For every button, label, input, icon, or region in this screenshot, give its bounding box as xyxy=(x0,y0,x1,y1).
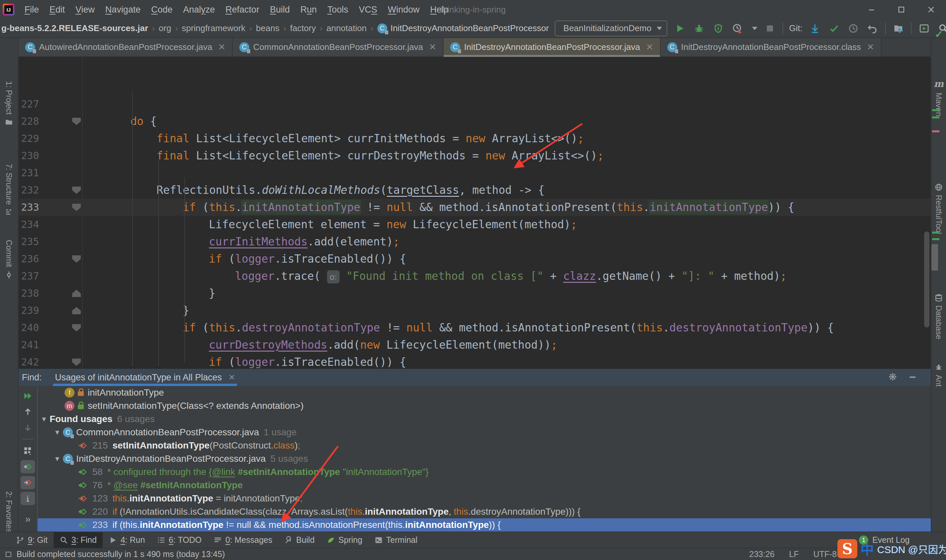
sidebar-item-commit[interactable]: Commit xyxy=(0,240,18,279)
history-clock-icon[interactable] xyxy=(847,22,860,35)
toolwindow-button-4-run[interactable]: 4: Run xyxy=(103,532,151,548)
sidebar-item-ant[interactable]: Ant xyxy=(931,363,946,387)
chevron-down-icon[interactable]: ▼ xyxy=(52,452,63,465)
fold-collapse-icon[interactable] xyxy=(72,255,81,263)
code-line[interactable]: 239} xyxy=(18,302,931,319)
usage-row[interactable]: 233if (this.initAnnotationType != null &… xyxy=(38,518,931,532)
menu-item-window[interactable]: Window xyxy=(383,5,425,15)
debug-bug-icon[interactable] xyxy=(692,22,706,35)
arrow-down-button[interactable] xyxy=(20,421,35,434)
undo-arrow-icon[interactable] xyxy=(866,22,879,35)
toolwindow-button-9-git[interactable]: 9: Git xyxy=(10,532,54,548)
toolwindow-button-spring[interactable]: Spring xyxy=(320,532,368,548)
code-line[interactable]: 237logger.trace( o: "Found init method o… xyxy=(18,268,931,285)
toolwindow-button-0-messages[interactable]: 0: Messages xyxy=(208,532,278,548)
menu-item-build[interactable]: Build xyxy=(265,5,295,15)
usage-row[interactable]: 215setInitAnnotationType(PostConstruct.c… xyxy=(38,439,931,452)
usage-row[interactable]: 76* @see #setInitAnnotationType xyxy=(38,478,931,492)
fold-collapse-icon[interactable] xyxy=(72,118,81,125)
chevron-down-icon[interactable]: ▼ xyxy=(39,412,50,426)
chevron-down-icon[interactable] xyxy=(752,27,757,30)
close-icon[interactable]: ✕ xyxy=(228,373,235,382)
editor-tab[interactable]: CCommonAnnotationBeanPostProcessor.java✕ xyxy=(233,38,444,56)
code-line[interactable]: 238} xyxy=(18,285,931,302)
line-separator[interactable]: LF xyxy=(789,549,799,559)
code-line[interactable]: 233if (this.initAnnotationType != null &… xyxy=(18,199,931,216)
code-line[interactable]: 242if (logger.isTraceEnabled()) { xyxy=(18,354,931,371)
close-icon[interactable]: ✕ xyxy=(218,42,225,52)
fold-collapse-icon[interactable] xyxy=(72,186,81,194)
settings-gear-icon[interactable] xyxy=(888,372,898,383)
stop-square-icon[interactable] xyxy=(763,22,777,35)
menu-item-refactor[interactable]: Refactor xyxy=(220,5,265,15)
stripe-scroll-thumb[interactable] xyxy=(931,244,938,271)
breadcrumb-item[interactable]: g-beans-5.2.2.RELEASE-sources.jar xyxy=(2,23,148,34)
sidebar-item-1-project[interactable]: 1: Project xyxy=(0,81,18,126)
info-button[interactable] xyxy=(20,492,35,505)
toolwindow-button-3-find[interactable]: 3: Find xyxy=(54,532,103,548)
sidebar-item-database[interactable]: Database xyxy=(931,294,946,339)
fold-end-icon[interactable] xyxy=(72,290,81,297)
code-line[interactable]: 236if (logger.isTraceEnabled()) { xyxy=(18,251,931,268)
code-line[interactable]: 234LifecycleElement element = new Lifecy… xyxy=(18,216,931,233)
editor-scrollbar[interactable] xyxy=(924,232,929,328)
usage-row[interactable]: 123this.initAnnotationType = initAnnotat… xyxy=(38,492,931,505)
group-by-button[interactable] xyxy=(20,444,35,457)
group-row[interactable]: ▼Found usages6 usages xyxy=(38,412,931,426)
profiler-clock-icon[interactable] xyxy=(731,22,744,35)
menu-item-run[interactable]: Run xyxy=(295,5,322,15)
run-configuration-select[interactable]: BeanInitializationDemo xyxy=(555,20,667,36)
git-commit-check-icon[interactable] xyxy=(827,22,841,35)
code-line[interactable]: 227 xyxy=(18,95,931,113)
arrow-up-button[interactable] xyxy=(20,405,35,418)
file-row[interactable]: ▼CInitDestroyAnnotationBeanPostProcessor… xyxy=(38,452,931,465)
chevron-down-icon[interactable]: ▼ xyxy=(52,426,63,439)
caret-position[interactable]: 233:26 xyxy=(749,549,775,559)
menu-item-code[interactable]: Code xyxy=(146,5,178,15)
find-results-tab[interactable]: Usages of initAnnotationType in All Plac… xyxy=(55,369,235,386)
git-update-icon[interactable] xyxy=(808,22,821,35)
code-line[interactable]: 232ReflectionUtils.doWithLocalMethods(ta… xyxy=(18,182,931,199)
menu-item-view[interactable]: View xyxy=(70,5,100,15)
close-icon[interactable]: ✕ xyxy=(646,42,653,52)
run-play-icon[interactable] xyxy=(673,22,687,35)
editor-tab[interactable]: CAutowiredAnnotationBeanPostProcessor.ja… xyxy=(18,38,233,56)
access-write-button[interactable] xyxy=(20,476,35,489)
fold-collapse-icon[interactable] xyxy=(72,324,81,331)
sidebar-item-restfultool[interactable]: RestfulTool xyxy=(931,183,946,234)
chevrons-button[interactable]: » xyxy=(20,512,35,526)
editor-tab[interactable]: CInitDestroyAnnotationBeanPostProcessor.… xyxy=(444,38,661,56)
code-editor[interactable]: 227228do {229final List<LifecycleElement… xyxy=(18,57,931,369)
breadcrumb-class[interactable]: CInitDestroyAnnotationBeanPostProcessor xyxy=(377,23,549,34)
code-line[interactable]: 241currDestroyMethods.add(new LifecycleE… xyxy=(18,336,931,354)
hide-panel-icon[interactable] xyxy=(907,372,918,383)
run-anything-icon[interactable] xyxy=(918,22,931,35)
code-line[interactable]: 229final List<LifecycleElement> currInit… xyxy=(18,130,931,147)
usage-row[interactable]: 58* configured through the {@link #setIn… xyxy=(38,465,931,478)
close-icon[interactable]: ✕ xyxy=(867,42,874,52)
breadcrumb-item[interactable]: factory xyxy=(290,23,316,34)
member-row[interactable]: finitAnnotationType xyxy=(38,386,931,399)
sidebar-item-7-structure[interactable]: 7: Structure xyxy=(0,164,18,217)
member-row[interactable]: msetInitAnnotationType(Class<? extends A… xyxy=(38,399,931,412)
file-encoding[interactable]: UTF-8 xyxy=(813,549,837,559)
file-row[interactable]: ▼CCommonAnnotationBeanPostProcessor.java… xyxy=(38,426,931,439)
breadcrumb-item[interactable]: org xyxy=(159,23,171,34)
fold-collapse-icon[interactable] xyxy=(72,358,81,366)
code-line[interactable]: 235currInitMethods.add(element); xyxy=(18,233,931,251)
toolwindow-button-terminal[interactable]: Terminal xyxy=(368,532,423,548)
editor-tab[interactable]: CInitDestroyAnnotationBeanPostProcessor.… xyxy=(661,38,881,56)
menu-item-tools[interactable]: Tools xyxy=(322,5,353,15)
code-line[interactable]: 228do { xyxy=(18,113,931,130)
fold-collapse-icon[interactable] xyxy=(72,204,81,211)
menu-item-vcs[interactable]: VCS xyxy=(353,5,383,15)
project-structure-icon[interactable] xyxy=(892,22,905,35)
breadcrumb-item[interactable]: springframework xyxy=(182,23,245,34)
toolwindow-button-build[interactable]: Build xyxy=(278,532,321,548)
breadcrumb-item[interactable]: beans xyxy=(256,23,279,34)
code-line[interactable]: 230final List<LifecycleElement> currDest… xyxy=(18,147,931,165)
maximize-button[interactable] xyxy=(886,0,916,19)
toolwindow-button-6-todo[interactable]: 6: TODO xyxy=(151,532,208,548)
access-read-button[interactable] xyxy=(20,460,35,473)
minimize-button[interactable] xyxy=(857,0,886,19)
